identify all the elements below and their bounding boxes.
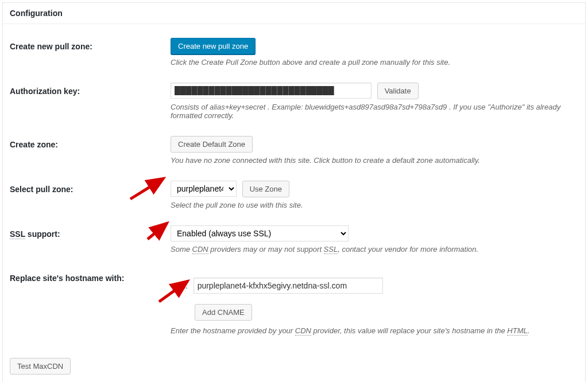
cdn-acronym: CDN <box>192 245 208 254</box>
row-ssl-support: SSL support: Enabled (always use SSL) So… <box>10 217 578 262</box>
desc-authorization-key: Consists of alias+key+secret . Example: … <box>171 103 578 120</box>
cdn-acronym: CDN <box>295 326 311 336</box>
ssl-support-select[interactable]: Enabled (always use SSL) <box>171 225 349 241</box>
label-create-pull-zone: Create new pull zone: <box>10 30 171 75</box>
label-authorization-key: Authorization key: <box>10 75 171 128</box>
config-panel: Configuration Create new pull zone: Crea… <box>2 2 586 382</box>
row-create-pull-zone: Create new pull zone: Create new pull zo… <box>10 30 578 75</box>
desc-create-zone: You have no zone connected with this sit… <box>171 156 578 165</box>
panel-body: Create new pull zone: Create new pull zo… <box>3 24 585 382</box>
desc-create-pull-zone: Click the Create Pull Zone button above … <box>171 58 578 67</box>
pull-zone-select[interactable]: purpleplanet4 <box>171 181 237 197</box>
desc-text: Enter the hostname provided by your <box>171 326 295 335</box>
add-cname-button[interactable]: Add CNAME <box>195 304 252 321</box>
row-replace-hostname: Replace site's hostname with: 1. Add CNA… <box>10 262 578 343</box>
ssl-label-text: support: <box>25 229 60 239</box>
desc-ssl-support: Some CDN providers may or may not suppor… <box>171 245 578 254</box>
cname-number: 1. <box>171 281 191 290</box>
label-ssl-support: SSL support: <box>10 217 171 262</box>
ssl-acronym: SSL <box>324 245 338 254</box>
label-select-pull-zone: Select pull zone: <box>10 173 171 217</box>
use-zone-button[interactable]: Use Zone <box>242 181 289 197</box>
desc-text: . <box>528 326 530 335</box>
desc-text: , contact your vendor for more informati… <box>338 245 478 254</box>
ssl-acronym: SSL <box>10 229 25 239</box>
row-create-zone: Create zone: Create Default Zone You hav… <box>10 128 578 173</box>
desc-text: providers may or may not support <box>208 245 324 254</box>
row-authorization-key: Authorization key: Validate Consists of … <box>10 75 578 128</box>
desc-select-pull-zone: Select the pull zone to use with this si… <box>171 201 578 209</box>
create-default-zone-button[interactable]: Create Default Zone <box>171 136 253 153</box>
create-pull-zone-button[interactable]: Create new pull zone <box>171 38 256 54</box>
desc-text: Some <box>171 245 192 254</box>
form-table: Create new pull zone: Create new pull zo… <box>10 30 578 343</box>
desc-replace-hostname: Enter the hostname provided by your CDN … <box>171 326 578 335</box>
label-create-zone: Create zone: <box>10 128 171 173</box>
panel-title: Configuration <box>3 3 585 24</box>
authorization-key-input[interactable] <box>171 83 372 99</box>
label-replace-hostname: Replace site's hostname with: <box>10 262 171 343</box>
desc-text: provider, this value will replace your s… <box>311 326 507 335</box>
row-select-pull-zone: Select pull zone: purpleplanet4 Use Zone… <box>10 173 578 217</box>
html-acronym: HTML <box>507 326 527 336</box>
validate-button[interactable]: Validate <box>377 83 419 99</box>
cname-input[interactable] <box>194 278 383 294</box>
test-maxcdn-button[interactable]: Test MaxCDN <box>10 358 71 375</box>
